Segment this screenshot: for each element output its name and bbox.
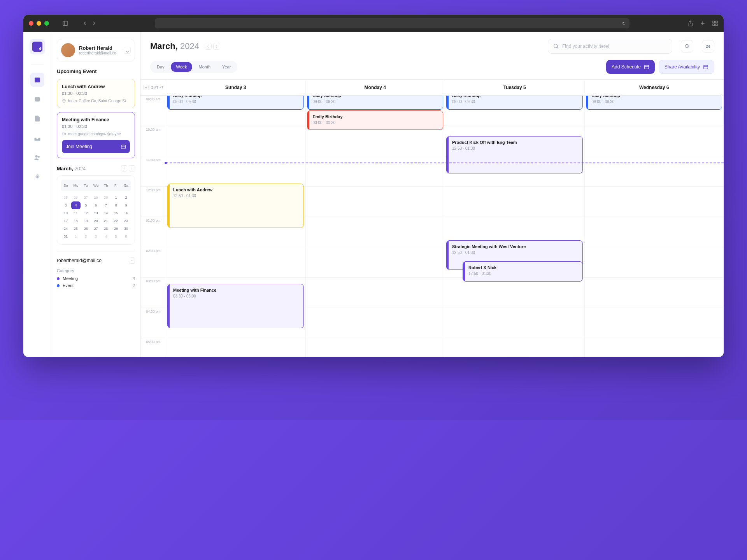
- mini-date-cell[interactable]: 1: [71, 233, 81, 240]
- calendar-cell[interactable]: [305, 187, 445, 217]
- mini-date-cell[interactable]: 11: [71, 209, 81, 217]
- mini-date-cell[interactable]: 27: [81, 194, 91, 201]
- calendar-cell[interactable]: [305, 217, 445, 247]
- app-logo[interactable]: [30, 39, 45, 54]
- mini-date-cell[interactable]: 23: [121, 217, 131, 225]
- calendar-event[interactable]: Daily Standup09:00 - 09:30: [586, 96, 722, 110]
- mini-date-cell[interactable]: 2: [121, 194, 131, 201]
- sidebar-email-row[interactable]: robertherald@mail.co −: [57, 257, 135, 264]
- mini-date-cell[interactable]: 21: [101, 217, 110, 225]
- view-pill-year[interactable]: Year: [217, 62, 236, 72]
- mini-date-cell[interactable]: 15: [111, 209, 121, 217]
- mini-date-cell[interactable]: 26: [71, 194, 81, 201]
- calendar-cell[interactable]: [305, 308, 445, 338]
- minimize-window-icon[interactable]: [37, 21, 41, 26]
- mini-date-cell[interactable]: 22: [111, 217, 121, 225]
- calendar-cell[interactable]: [584, 278, 724, 308]
- add-timezone-icon[interactable]: +: [143, 85, 149, 90]
- calendar-cell[interactable]: [305, 126, 445, 156]
- forward-icon[interactable]: [91, 20, 97, 26]
- mini-date-cell[interactable]: 3: [91, 233, 101, 240]
- maximize-window-icon[interactable]: [44, 21, 49, 26]
- category-row[interactable]: Meeting4: [57, 276, 135, 281]
- mini-date-cell[interactable]: 17: [61, 217, 70, 225]
- mini-date-cell[interactable]: 18: [71, 217, 81, 225]
- share-availability-button[interactable]: Share Availability: [659, 60, 714, 74]
- mini-date-cell[interactable]: 30: [121, 225, 131, 233]
- category-row[interactable]: Event2: [57, 283, 135, 288]
- calendar-cell[interactable]: [584, 156, 724, 186]
- share-icon[interactable]: [687, 20, 693, 26]
- nav-inbox[interactable]: [30, 131, 44, 145]
- calendar-cell[interactable]: [166, 156, 305, 186]
- calendar-event[interactable]: Emily Birthday00:00 - 00:30: [307, 110, 444, 130]
- mini-date-cell[interactable]: 3: [61, 201, 70, 209]
- mini-date-cell[interactable]: 5: [111, 233, 121, 240]
- mini-date-cell[interactable]: 28: [101, 225, 110, 233]
- calendar-cell[interactable]: [584, 187, 724, 217]
- calendar-event[interactable]: Meeting with Finance03:30 - 05:00: [167, 284, 304, 328]
- mini-date-cell[interactable]: 29: [101, 194, 110, 201]
- next-button[interactable]: ›: [213, 43, 220, 50]
- calendar-cell[interactable]: [445, 338, 584, 357]
- back-icon[interactable]: [82, 20, 88, 26]
- calendar-body[interactable]: 09:00 am10:00 am11:00 am12:00 pm01:00 pm…: [141, 96, 724, 357]
- tabs-icon[interactable]: [712, 20, 718, 26]
- url-bar[interactable]: ↻: [155, 18, 630, 28]
- calendar-cell[interactable]: [305, 156, 445, 186]
- calendar-event[interactable]: Daily Standup09:00 - 09:30: [307, 96, 444, 110]
- sidebar-icon[interactable]: [62, 20, 68, 26]
- mini-prev-button[interactable]: ‹: [121, 165, 127, 172]
- add-schedule-button[interactable]: Add Schedule: [606, 60, 655, 74]
- nav-tasks[interactable]: [30, 92, 44, 106]
- nav-documents[interactable]: [30, 112, 44, 126]
- mini-date-cell[interactable]: 6: [91, 201, 101, 209]
- calendar-cell[interactable]: [305, 278, 445, 308]
- prev-button[interactable]: ‹: [205, 43, 212, 50]
- search-field[interactable]: [562, 44, 667, 49]
- mini-date-cell[interactable]: 5: [81, 201, 91, 209]
- calendar-cell[interactable]: [584, 247, 724, 277]
- collapse-icon[interactable]: −: [129, 257, 135, 264]
- calendar-cell[interactable]: [584, 217, 724, 247]
- calendar-cell[interactable]: [166, 247, 305, 277]
- nav-settings[interactable]: [30, 170, 44, 184]
- mini-date-cell[interactable]: 19: [81, 217, 91, 225]
- mini-date-cell[interactable]: 4: [101, 233, 110, 240]
- calendar-cell[interactable]: [584, 308, 724, 338]
- mini-date-cell[interactable]: 27: [91, 225, 101, 233]
- mini-date-cell[interactable]: 8: [111, 201, 121, 209]
- close-window-icon[interactable]: [29, 21, 33, 26]
- mini-date-cell[interactable]: 26: [81, 225, 91, 233]
- view-pill-day[interactable]: Day: [151, 62, 170, 72]
- join-meeting-button[interactable]: Join Meeting: [62, 140, 130, 153]
- calendar-event[interactable]: Robert X Nick12:50 - 01:30: [463, 261, 583, 282]
- calendar-cell[interactable]: [584, 126, 724, 156]
- plus-icon[interactable]: [700, 20, 706, 26]
- calendar-event[interactable]: Lunch with Andrew12:50 - 01:30: [167, 184, 304, 228]
- chevron-down-icon[interactable]: ⌄: [124, 47, 131, 54]
- profile-card[interactable]: Robert Herald robertherald@mail.co ⌄: [57, 39, 135, 61]
- nav-team[interactable]: [30, 150, 44, 164]
- reload-icon[interactable]: ↻: [622, 21, 626, 26]
- calendar-event[interactable]: Product Kick Off with Eng Team12:50 - 01…: [446, 136, 583, 173]
- mini-date-cell[interactable]: 20: [91, 217, 101, 225]
- mini-date-cell[interactable]: 24: [61, 225, 70, 233]
- view-pill-month[interactable]: Month: [193, 62, 216, 72]
- mini-date-cell[interactable]: 6: [121, 233, 131, 240]
- mini-date-cell[interactable]: 14: [101, 209, 110, 217]
- calendar-cell[interactable]: [166, 338, 305, 357]
- mini-date-cell[interactable]: 31: [61, 233, 70, 240]
- view-pill-week[interactable]: Week: [171, 62, 193, 72]
- mini-date-cell[interactable]: 12: [81, 209, 91, 217]
- calendar-event[interactable]: Daily Standup09:00 - 09:30: [446, 96, 583, 110]
- mini-date-cell[interactable]: 9: [121, 201, 131, 209]
- mini-date-cell[interactable]: 25: [71, 225, 81, 233]
- calendar-cell[interactable]: [305, 338, 445, 357]
- calendar-cell[interactable]: [445, 308, 584, 338]
- mini-date-cell[interactable]: 10: [61, 209, 70, 217]
- mini-date-cell[interactable]: 2: [81, 233, 91, 240]
- mini-next-button[interactable]: ›: [129, 165, 135, 172]
- mini-date-cell[interactable]: 13: [91, 209, 101, 217]
- calendar-cell[interactable]: [445, 278, 584, 308]
